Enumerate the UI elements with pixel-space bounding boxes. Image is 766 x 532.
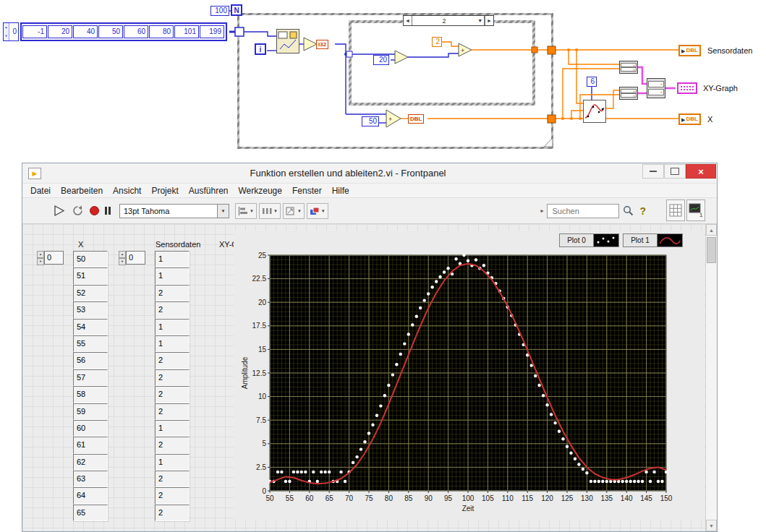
menu-ausführen[interactable]: Ausführen bbox=[184, 184, 234, 197]
sensor-array-element-8[interactable]: 2 bbox=[155, 386, 190, 403]
search-input[interactable] bbox=[550, 206, 617, 216]
search-icon[interactable] bbox=[623, 205, 634, 216]
alignment-grid-icon[interactable] bbox=[666, 200, 685, 221]
array-constant-element-4[interactable]: 60 bbox=[124, 25, 148, 38]
array-constant[interactable]: ▲▼ 0 -12040506080101199 bbox=[3, 22, 227, 41]
x-array-element-2[interactable]: 52 bbox=[73, 285, 108, 301]
xy-graph-terminal[interactable] bbox=[677, 82, 697, 94]
x-array-element-4[interactable]: 54 bbox=[73, 319, 108, 335]
sensor-array-element-5[interactable]: 1 bbox=[155, 335, 190, 352]
menu-datei[interactable]: Datei bbox=[25, 184, 56, 197]
abort-button[interactable] bbox=[87, 202, 102, 220]
x-array-element-12[interactable]: 62 bbox=[73, 454, 108, 471]
sensor-array-index-value[interactable]: 0 bbox=[126, 251, 145, 265]
menu-hilfe[interactable]: Hilfe bbox=[327, 184, 354, 197]
close-button[interactable]: × bbox=[686, 164, 716, 179]
vertical-scrollbar[interactable]: ▲ ▼ bbox=[705, 224, 717, 531]
x-array-element-5[interactable]: 55 bbox=[73, 335, 108, 352]
bundle-node-icon[interactable]: »» bbox=[619, 87, 638, 100]
array-constant-element-0[interactable]: -1 bbox=[22, 25, 47, 38]
minimize-button[interactable] bbox=[642, 164, 664, 179]
array-constant-element-6[interactable]: 101 bbox=[174, 25, 199, 38]
sensor-array-element-12[interactable]: 1 bbox=[155, 454, 190, 471]
x-array-element-15[interactable]: 65 bbox=[73, 505, 108, 521]
x-array-element-14[interactable]: 64 bbox=[73, 487, 108, 504]
scroll-up-button[interactable]: ▲ bbox=[706, 224, 717, 236]
x-array-index-control[interactable]: ▲▼ 0 bbox=[37, 251, 64, 265]
menu-ansicht[interactable]: Ansicht bbox=[108, 184, 146, 197]
sensor-array-element-10[interactable]: 1 bbox=[155, 420, 190, 437]
build-array-node-icon[interactable]: »» bbox=[647, 78, 665, 98]
graph-legend[interactable]: Plot 0 Plot 1 bbox=[559, 233, 683, 247]
increment-icon[interactable]: ▲ bbox=[4, 23, 9, 32]
x-array-element-6[interactable]: 56 bbox=[73, 352, 108, 369]
decrement-icon[interactable]: ▼ bbox=[4, 32, 9, 40]
case-selector[interactable]: ◄ 2 ▼ ► bbox=[403, 15, 494, 26]
array-constant-element-5[interactable]: 80 bbox=[149, 25, 174, 38]
increment-icon[interactable]: ▲ bbox=[37, 251, 44, 258]
array-index-value[interactable]: 0 bbox=[9, 23, 18, 40]
distribute-objects-button[interactable]: ▼ bbox=[259, 203, 281, 219]
index-spinner[interactable]: ▲▼ bbox=[37, 251, 44, 265]
sensor-array-element-2[interactable]: 2 bbox=[155, 285, 190, 301]
sensor-array-element-13[interactable]: 2 bbox=[155, 471, 190, 487]
array-constant-element-2[interactable]: 40 bbox=[73, 25, 98, 38]
bundle-node-icon[interactable]: »» bbox=[619, 61, 638, 74]
array-constant-index[interactable]: ▲▼ 0 bbox=[3, 22, 19, 41]
frontpanel-canvas[interactable]: X ▲▼ 0 50515253545556575859606162636465 … bbox=[22, 224, 717, 531]
sensor-array-element-15[interactable]: 2 bbox=[155, 505, 190, 521]
sensor-array-element-6[interactable]: 2 bbox=[155, 352, 190, 369]
sensor-array-element-11[interactable]: 2 bbox=[155, 437, 190, 453]
x-array-element-3[interactable]: 53 bbox=[73, 301, 108, 318]
toolbar-expand-icon[interactable]: ▸ bbox=[540, 207, 543, 214]
increment-icon[interactable]: ▲ bbox=[119, 251, 126, 258]
legend-plot0-sample[interactable] bbox=[594, 233, 619, 247]
x-terminal[interactable]: ▶ DBL bbox=[678, 113, 701, 125]
decrement-icon[interactable]: ▼ bbox=[37, 258, 44, 265]
legend-item-plot0[interactable]: Plot 0 bbox=[559, 233, 619, 247]
sensor-array-element-3[interactable]: 2 bbox=[155, 301, 190, 318]
scrollbar-thumb[interactable] bbox=[707, 237, 716, 263]
sensor-array-element-4[interactable]: 1 bbox=[155, 319, 190, 335]
vi-icon-editor[interactable]: 1 bbox=[686, 200, 705, 221]
x-array-index-value[interactable]: 0 bbox=[44, 251, 64, 265]
sensordaten-terminal[interactable]: ▶ DBL bbox=[678, 45, 701, 56]
sensor-array-element-7[interactable]: 2 bbox=[155, 369, 190, 386]
xy-graph-widget[interactable]: Plot 0 Plot 1 50556065707580859095100105… bbox=[234, 231, 704, 520]
constant-2[interactable]: 2 bbox=[432, 37, 442, 47]
index-spinner[interactable]: ▲▼ bbox=[119, 251, 126, 265]
resize-objects-button[interactable]: ▼ bbox=[283, 203, 305, 219]
chevron-down-icon[interactable]: ▼ bbox=[217, 205, 229, 218]
search-box[interactable] bbox=[547, 204, 619, 218]
case-dropdown-icon[interactable]: ▼ bbox=[476, 16, 485, 25]
run-button[interactable] bbox=[50, 202, 69, 220]
pause-button[interactable] bbox=[102, 202, 114, 220]
function-node-icon[interactable] bbox=[276, 29, 299, 53]
scroll-down-button[interactable]: ▼ bbox=[706, 520, 717, 531]
case-next-arrow-icon[interactable]: ► bbox=[485, 16, 493, 25]
legend-plot1-label[interactable]: Plot 1 bbox=[623, 233, 658, 247]
sensor-array-index-control[interactable]: ▲▼ 0 bbox=[119, 251, 145, 265]
run-continuously-button[interactable] bbox=[69, 202, 87, 220]
title-bar[interactable]: ▶ Funktion erstellen und ableiten2.vi - … bbox=[22, 163, 717, 184]
case-selector-value[interactable]: 2 bbox=[412, 16, 476, 25]
x-array-element-11[interactable]: 61 bbox=[73, 437, 108, 453]
x-array-element-10[interactable]: 60 bbox=[73, 420, 108, 437]
legend-plot0-label[interactable]: Plot 0 bbox=[559, 233, 594, 247]
x-array-element-1[interactable]: 51 bbox=[73, 267, 108, 284]
x-array-element-0[interactable]: 50 bbox=[73, 251, 108, 267]
array-constant-element-7[interactable]: 199 bbox=[200, 25, 224, 38]
constant-50[interactable]: 50 bbox=[362, 116, 379, 126]
reorder-objects-button[interactable]: ▼ bbox=[307, 203, 328, 219]
align-objects-button[interactable]: ▼ bbox=[235, 203, 257, 219]
curve-fit-node-icon[interactable] bbox=[583, 100, 606, 123]
menu-werkzeuge[interactable]: Werkzeuge bbox=[233, 184, 286, 197]
decrement-icon[interactable]: ▼ bbox=[119, 258, 126, 265]
sensor-array-element-0[interactable]: 1 bbox=[155, 251, 190, 267]
font-selector[interactable]: 13pt Tahoma ▼ bbox=[119, 204, 229, 218]
x-array-element-7[interactable]: 57 bbox=[73, 369, 108, 386]
menu-fenster[interactable]: Fenster bbox=[287, 184, 327, 197]
x-array-element-9[interactable]: 59 bbox=[73, 403, 108, 420]
xy-graph-plot[interactable]: 5055606570758085909510010511011512012513… bbox=[241, 248, 697, 517]
maximize-button[interactable] bbox=[664, 164, 686, 179]
